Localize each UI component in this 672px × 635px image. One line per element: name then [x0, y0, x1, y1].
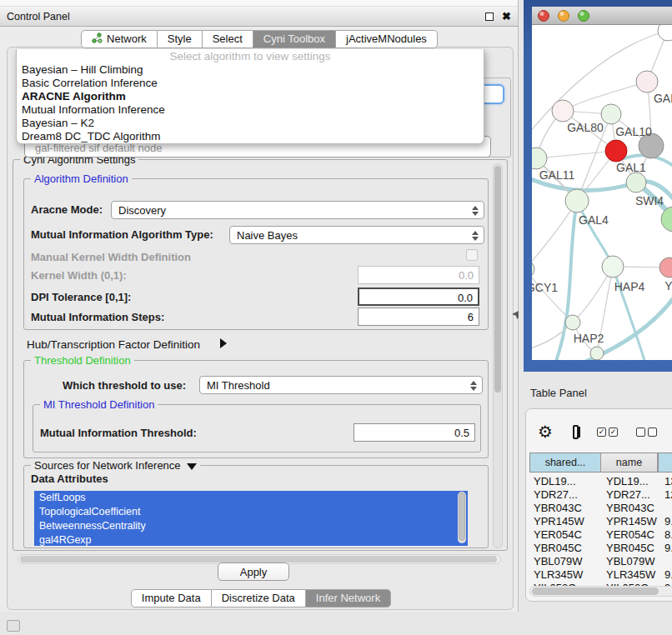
dropdown-item[interactable]: Bayesian – K2 — [17, 117, 484, 130]
cell: YBL079W — [601, 555, 659, 568]
control-panel-title: Control Panel — [7, 11, 70, 22]
columns-icon[interactable] — [573, 425, 579, 439]
tab-network[interactable]: Network — [81, 30, 158, 48]
dropdown-item[interactable]: Basic Correlation Inference — [17, 77, 484, 90]
dpi-tolerance-field[interactable]: 0.0 — [358, 288, 479, 306]
node-gal80[interactable] — [552, 100, 574, 122]
float-window-icon[interactable] — [485, 12, 494, 21]
unchecked-checkbox-icon — [648, 428, 657, 437]
dropdown-item[interactable]: Bayesian – Hill Climbing — [17, 63, 484, 77]
tab-label: Cyni Toolbox — [263, 32, 325, 45]
cell: YDL19... — [601, 475, 659, 488]
kernel-width-label: Kernel Width (0,1): — [31, 269, 127, 282]
network-canvas[interactable]: GAL GAL80 GAL10 GAL1 GAL11 SWI4 GAL4 GCY… — [532, 25, 672, 360]
settings-vertical-scrollbar[interactable] — [493, 163, 503, 548]
control-panel: Control Panel ✖ Network S — [0, 0, 519, 612]
combo-value: MI Threshold — [207, 379, 270, 392]
dropdown-item[interactable]: Mutual Information Inference — [17, 103, 484, 117]
table-row[interactable]: YBR043CYBR043C — [529, 501, 672, 514]
table-row[interactable]: YDL19...YDL19...13 — [529, 474, 672, 488]
tab-discretize-data[interactable]: Discretize Data — [212, 589, 306, 608]
attribute-item-selected[interactable]: BetweennessCentrality — [34, 519, 468, 533]
zoom-traffic-light-icon[interactable] — [579, 11, 589, 22]
tab-label: Impute Data — [142, 592, 201, 604]
select-all-checkboxes-icon[interactable]: ✓ ✓ — [597, 428, 618, 437]
cell: YBR043C — [601, 502, 659, 514]
table-horizontal-scrollbar[interactable] — [529, 586, 672, 597]
node[interactable] — [590, 347, 604, 360]
dropdown-item[interactable]: Dream8 DC_TDC Algorithm — [17, 130, 484, 143]
deselect-all-checkboxes-icon[interactable] — [636, 428, 657, 437]
dpi-tolerance-label: DPI Tolerance [0,1]: — [31, 291, 131, 303]
mi-steps-field[interactable]: 6 — [358, 308, 479, 326]
which-threshold-combobox[interactable]: MI Threshold — [199, 376, 483, 394]
column-header-shared-name[interactable]: shared... — [529, 452, 601, 472]
manual-kernel-label: Manual Kernel Width Definition — [31, 251, 191, 263]
tab-cyni-toolbox[interactable]: Cyni Toolbox — [253, 30, 336, 48]
node-gal10[interactable] — [601, 104, 621, 124]
expand-arrow-icon[interactable] — [220, 338, 227, 348]
minimize-traffic-light-icon[interactable] — [559, 11, 569, 22]
attribute-item-selected[interactable]: SelfLoops — [34, 491, 468, 505]
aracne-mode-label: Aracne Mode: — [31, 203, 103, 216]
collapse-arrow-icon[interactable] — [187, 463, 197, 470]
close-icon[interactable]: ✖ — [502, 12, 511, 21]
checked-checkbox-icon: ✓ — [609, 428, 618, 437]
node-pink[interactable] — [659, 258, 672, 278]
scrollbar-thumb[interactable] — [494, 166, 501, 392]
tab-label: Infer Network — [316, 592, 380, 604]
node-gal4[interactable] — [565, 189, 589, 212]
node-label: GAL4 — [579, 213, 609, 227]
gear-icon[interactable]: ⚙ — [538, 423, 553, 440]
manual-kernel-checkbox[interactable] — [466, 249, 478, 261]
table-row[interactable]: YLR345WYLR345W9. — [529, 568, 672, 581]
dropdown-item-selected[interactable]: ARACNE Algorithm — [17, 90, 484, 103]
tab-infer-network[interactable]: Infer Network — [306, 589, 391, 608]
combo-arrows-icon — [471, 229, 479, 242]
table-row[interactable]: YPR145WYPR145W9. — [529, 514, 672, 528]
node-gal1-selected[interactable] — [605, 140, 627, 162]
network-node-labels: GAL GAL80 GAL10 GAL1 GAL11 SWI4 GAL4 GCY… — [532, 92, 672, 345]
aracne-mode-combobox[interactable]: Discovery — [111, 201, 484, 219]
node-green-large[interactable] — [661, 207, 672, 232]
scrollbar-thumb[interactable] — [20, 556, 497, 562]
sources-group: Sources for Network Inference Data Attri… — [23, 465, 489, 548]
network-window: GAL GAL80 GAL10 GAL1 GAL11 SWI4 GAL4 GCY… — [532, 7, 672, 360]
which-threshold-label: Which threshold to use: — [63, 379, 186, 392]
table-row[interactable]: YBR045CYBR045C9. — [529, 541, 672, 554]
mi-threshold-field[interactable]: 0.5 — [354, 423, 475, 442]
sources-title[interactable]: Sources for Network Inference — [34, 459, 181, 472]
node-gal[interactable] — [636, 71, 658, 92]
node-swi4[interactable] — [626, 172, 646, 192]
table-row[interactable]: YBL079WYBL079W — [529, 554, 672, 568]
apply-button[interactable]: Apply — [218, 562, 289, 581]
checked-checkbox-icon: ✓ — [597, 428, 606, 437]
node[interactable] — [658, 25, 672, 41]
node-hap2[interactable] — [565, 315, 580, 330]
collapsed-panel-button[interactable] — [7, 620, 20, 632]
table-row[interactable]: YER054CYER054C8. — [529, 528, 672, 541]
kernel-width-field[interactable]: 0.0 — [358, 266, 479, 284]
column-header[interactable] — [658, 452, 672, 472]
cell: 9. — [659, 515, 672, 528]
close-traffic-light-icon[interactable] — [539, 11, 549, 22]
table-panel: ⚙ ✓ ✓ shared... name YDL19...YDL19...13 … — [525, 408, 672, 602]
tab-label: Select — [213, 32, 243, 45]
table-toolbar: ⚙ ✓ ✓ — [526, 416, 672, 448]
column-header-name[interactable]: name — [601, 452, 658, 472]
tab-select[interactable]: Select — [203, 30, 253, 48]
attribute-item-selected[interactable]: gal4RGexp — [34, 533, 468, 546]
table-row[interactable]: YDR27...YDR27...12 — [529, 488, 672, 501]
scrollbar-thumb[interactable] — [532, 588, 659, 595]
tab-style[interactable]: Style — [158, 30, 203, 48]
scrollbar-thumb[interactable] — [459, 492, 465, 541]
mi-type-combobox[interactable]: Naive Bayes — [229, 226, 484, 244]
tab-impute-data[interactable]: Impute Data — [131, 589, 212, 608]
node-gcy1[interactable] — [532, 260, 534, 278]
tab-jactivemnodules[interactable]: jActiveMNodules — [336, 30, 438, 48]
attributes-scrollbar[interactable] — [458, 492, 466, 543]
node-hap4[interactable] — [602, 256, 624, 278]
group-title: Threshold Definition — [31, 354, 134, 367]
hub-section-label[interactable]: Hub/Transcription Factor Definition — [27, 338, 200, 351]
attribute-item-selected[interactable]: TopologicalCoefficient — [34, 505, 468, 519]
